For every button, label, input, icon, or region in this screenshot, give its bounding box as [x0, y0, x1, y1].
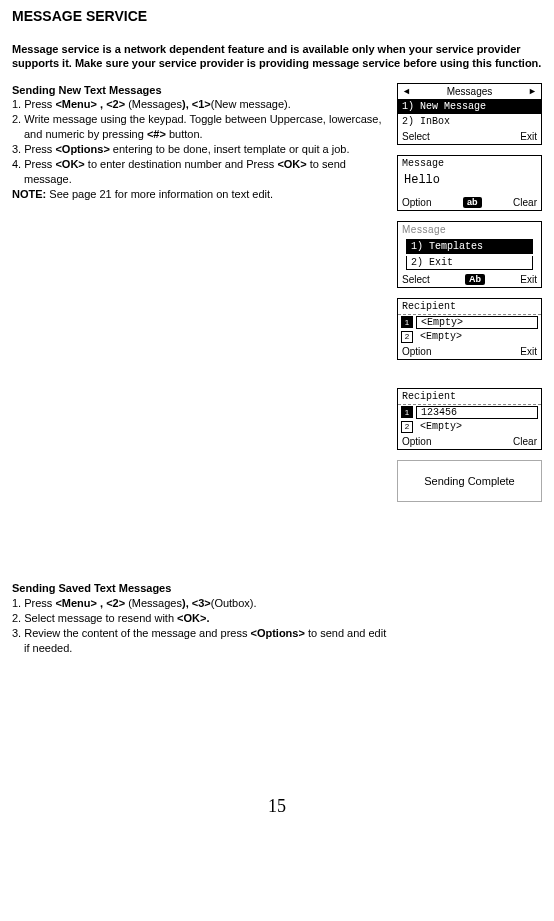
input-mode-Ab: Ab: [465, 274, 485, 285]
sec1-step1: 1. Press <Menu> , <2> (Messages), <1>(Ne…: [12, 97, 387, 112]
list-item-inbox: 2) InBox: [398, 114, 541, 129]
phone-screen-sending-complete: Sending Complete: [397, 460, 542, 502]
section2-title: Sending Saved Text Messages: [12, 581, 387, 596]
section1-title: Sending New Text Messages: [12, 83, 387, 98]
phone-screen-compose: Message Hello Option ab Clear: [397, 155, 542, 211]
sending-complete-text: Sending Complete: [398, 461, 541, 501]
softkey-exit: Exit: [520, 346, 537, 357]
intro-text: Message service is a network dependent f…: [12, 42, 542, 71]
recipient-index-2: 2: [401, 331, 413, 343]
recipient-2-empty: <Empty>: [416, 421, 538, 432]
screen-title: Messages: [447, 86, 493, 97]
phone-screen-recipient-number: Recipient 1 123456 2 <Empty> Option Clea…: [397, 388, 542, 450]
recipient-index-1: 1: [401, 406, 413, 418]
sec1-step3: 3. Press <Options> entering to be done, …: [12, 142, 387, 157]
sec2-step1: 1. Press <Menu> , <2> (Messages), <3>(Ou…: [12, 596, 387, 611]
list-item-new-message: 1) New Message: [398, 99, 541, 114]
sec1-note: NOTE: See page 21 for more information o…: [12, 187, 387, 202]
phone-screen-options: Message 1) Templates 2) Exit Select Ab E…: [397, 221, 542, 288]
phone-screen-recipient-empty: Recipient 1 <Empty> 2 <Empty> Option Exi…: [397, 298, 542, 360]
softkey-select: Select: [402, 274, 430, 285]
screen-title-recipient: Recipient: [398, 389, 541, 405]
recipient-index-2: 2: [401, 421, 413, 433]
softkey-option: Option: [402, 436, 431, 447]
softkey-exit: Exit: [520, 274, 537, 285]
right-arrow-icon: ►: [528, 86, 537, 96]
phone-screen-messages: ◄ Messages ► 1) New Message 2) InBox Sel…: [397, 83, 542, 145]
sec1-step2: 2. Write message using the keypad. Toggl…: [12, 112, 387, 142]
sec2-step2: 2. Select message to resend with <OK>.: [12, 611, 387, 626]
softkey-select: Select: [402, 131, 430, 142]
input-mode-ab: ab: [463, 197, 482, 208]
softkey-exit: Exit: [520, 131, 537, 142]
message-content: Hello: [398, 171, 541, 195]
softkey-option: Option: [402, 346, 431, 357]
recipient-index-1: 1: [401, 316, 413, 328]
page-title: MESSAGE SERVICE: [12, 8, 542, 24]
recipient-2-empty: <Empty>: [416, 331, 538, 342]
recipient-1-empty: <Empty>: [416, 316, 538, 329]
softkey-option: Option: [402, 197, 431, 208]
screen-title-message: Message: [398, 156, 541, 171]
softkey-clear: Clear: [513, 197, 537, 208]
sec1-step4: 4. Press <OK> to enter destination numbe…: [12, 157, 387, 187]
softkey-clear: Clear: [513, 436, 537, 447]
left-arrow-icon: ◄: [402, 86, 411, 96]
page-number: 15: [12, 796, 542, 817]
screen-title-fuzzy: Message: [398, 222, 541, 237]
recipient-1-number: 123456: [416, 406, 538, 419]
list-item-templates: 1) Templates: [406, 239, 533, 254]
sec2-step3: 3. Review the content of the message and…: [12, 626, 387, 656]
list-item-exit: 2) Exit: [406, 256, 533, 270]
screen-title-recipient: Recipient: [398, 299, 541, 315]
